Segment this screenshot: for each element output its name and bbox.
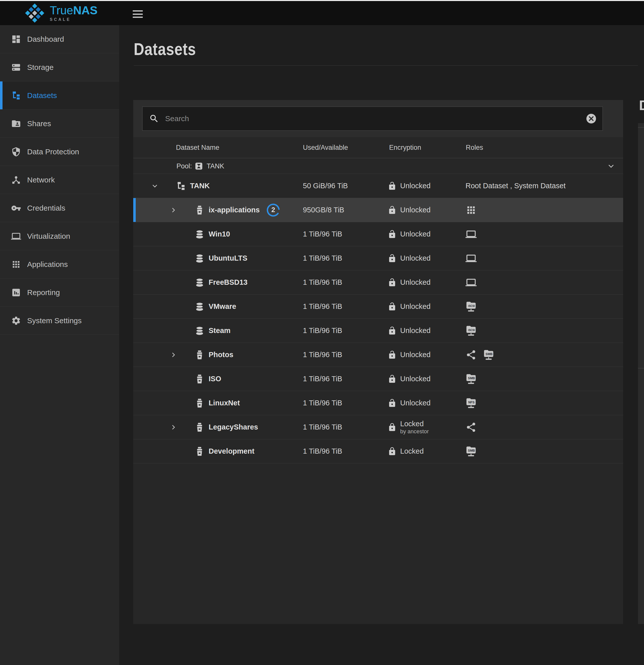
page-title: Datasets [134,39,196,59]
sidebar-item-network[interactable]: Network [0,166,119,194]
sidebar-item-label: Applications [27,260,68,269]
smb-share-icon: SMB [466,373,477,385]
used-available-value: 1 TiB/96 TiB [303,415,342,439]
lock-open-icon [387,278,397,287]
sidebar-item-label: Shares [27,119,51,128]
used-available-value: 1 TiB/96 TiB [303,391,342,415]
encryption-cell: Unlocked [387,294,431,319]
sidebar-item-system-settings[interactable]: System Settings [0,307,119,335]
dataset-row-photos[interactable]: Photos1 TiB/96 TiBUnlockedSMB [133,343,623,367]
collapse-row-icon[interactable] [151,182,176,190]
sidebar-item-datasets[interactable]: Datasets [0,81,119,110]
search-icon [149,114,159,124]
encryption-state-label: Unlocked [400,182,431,190]
encryption-cell: Unlocked [387,367,431,391]
encryption-cell: Unlocked [387,391,431,415]
dataset-row-steam[interactable]: Steam1 TiB/96 TiBUnlockediSCSI [133,319,623,343]
dataset-name: Win10 [209,230,230,238]
nfs-share-icon: NFS [466,397,477,410]
encryption-state-label: Unlocked [400,350,431,359]
sidebar-item-label: System Settings [27,317,82,325]
dataset-icon [194,398,205,408]
sidebar-item-label: Storage [27,63,54,72]
sidebar-item-virtualization[interactable]: Virtualization [0,222,119,250]
sidebar-item-data-protection[interactable]: Data Protection [0,138,119,166]
dataset-row-ubuntults[interactable]: UbuntuLTS1 TiB/96 TiBUnlocked [133,246,623,270]
dataset-name: Photos [209,350,233,359]
sidebar-item-label: Network [27,176,55,184]
sidebar-item-label: Dashboard [27,35,64,43]
roles-cell [466,222,477,246]
dataset-row-iso[interactable]: ISO1 TiB/96 TiBUnlockedSMB [133,367,623,391]
svg-text:SMB: SMB [468,377,475,380]
sidebar-item-label: Datasets [27,91,57,100]
sidebar-item-dashboard[interactable]: Dashboard [0,25,119,53]
brand-part2: NAS [73,4,97,17]
sidebar-item-applications[interactable]: Applications [0,250,119,279]
used-available-value: 1 TiB/96 TiB [303,246,342,270]
dataset-row-legacyshares[interactable]: LegacyShares1 TiB/96 TiBLockedby ancesto… [133,415,623,439]
roles-cell [466,198,477,222]
encryption-sub-label: by ancestor [400,428,429,435]
zvol-icon [194,229,205,239]
dataset-tree-icon [176,181,186,191]
sidebar-item-reporting[interactable]: Reporting [0,279,119,307]
dataset-name: LegacyShares [209,423,258,431]
zvol-icon [194,326,205,336]
table-empty-area [133,463,623,624]
sidebar-item-credentials[interactable]: Credentials [0,194,119,222]
used-available-value: 1 TiB/96 TiB [303,439,342,463]
search-input[interactable] [165,114,585,123]
storage-icon [11,62,21,72]
table-header: Dataset Name Used/Available Encryption R… [133,137,623,158]
lock-closed-icon [387,423,397,432]
share-icon [466,348,477,361]
dataset-name: ISO [209,375,221,383]
search-box[interactable] [142,107,603,131]
clear-search-icon[interactable] [585,113,597,125]
encryption-state-label: Unlocked [400,230,431,238]
expand-row-icon[interactable] [169,423,194,431]
lock-open-icon [387,350,397,359]
dataset-row-win10[interactable]: Win101 TiB/96 TiBUnlocked [133,222,623,246]
laptop-icon [11,231,21,241]
pool-row[interactable]: Pool: TANK [133,158,623,174]
chevron-down-icon[interactable] [607,162,615,171]
pool-label: Pool: [176,162,192,170]
dataset-row-tank[interactable]: TANK50 GiB/96 TiBUnlockedRoot Dataset , … [133,174,623,198]
details-panel-edge [638,123,644,624]
app-count-badge: 2 [266,203,280,217]
expand-row-icon[interactable] [169,351,194,359]
column-roles: Roles [466,144,483,152]
truenas-logo-icon [24,3,45,23]
hamburger-menu-icon[interactable] [133,10,143,19]
encryption-state-label: Unlocked [400,375,431,383]
sidebar-item-storage[interactable]: Storage [0,53,119,81]
truenas-logo: TrueNAS SCALE [24,3,97,23]
topbar: TrueNAS SCALE [0,1,644,25]
encryption-cell: Unlocked [387,174,431,198]
encryption-cell: Unlocked [387,246,431,270]
svg-text:NFS: NFS [468,401,475,404]
sidebar-item-shares[interactable]: Shares [0,110,119,138]
brand-sub: SCALE [50,18,97,22]
expand-row-icon[interactable] [169,206,194,214]
vm-icon [466,252,477,265]
dataset-row-ix-applications[interactable]: ix-applications2950GB/8 TiBUnlocked [133,198,623,222]
sidebar-nav: DashboardStorageDatasetsSharesData Prote… [0,25,119,665]
zvol-icon [194,278,205,287]
encryption-state-label: Unlocked [400,326,431,335]
dataset-row-development[interactable]: Development1 TiB/96 TiBLockedSMB [133,439,623,463]
encryption-cell: Unlocked [387,198,431,222]
roles-cell: iSCSI [466,319,477,343]
gear-icon [11,316,21,326]
column-dataset-name: Dataset Name [176,144,220,152]
used-available-value: 950GB/8 TiB [303,198,344,222]
dataset-row-vmware[interactable]: VMware1 TiB/96 TiBUnlockediSCSI [133,294,623,319]
dataset-row-linuxnet[interactable]: LinuxNet1 TiB/96 TiBUnlockedNFS [133,391,623,415]
dataset-name: FreeBSD13 [209,278,248,286]
roles-text: Root Dataset , System Dataset [466,182,566,190]
roles-cell: Root Dataset , System Dataset [466,174,566,198]
used-available-value: 1 TiB/96 TiB [303,270,342,294]
dataset-row-freebsd13[interactable]: FreeBSD131 TiB/96 TiBUnlocked [133,270,623,294]
